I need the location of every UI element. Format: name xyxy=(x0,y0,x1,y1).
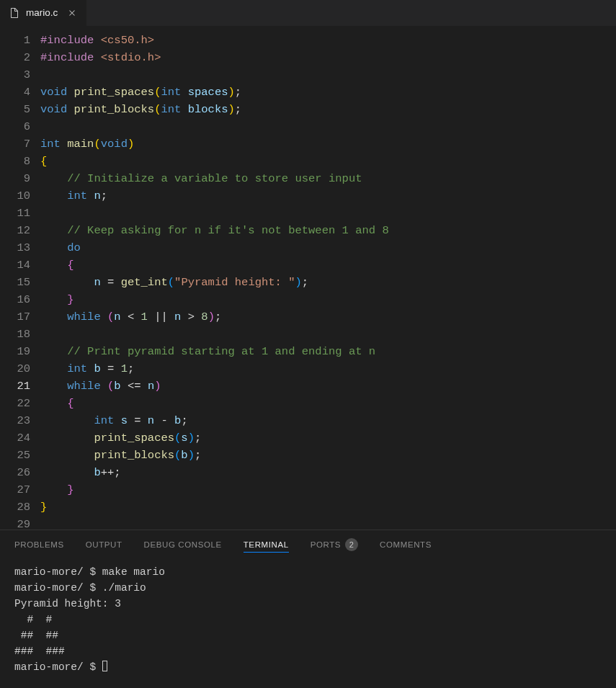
line-number: 1 xyxy=(0,32,30,49)
line-number: 4 xyxy=(0,84,30,101)
line-number: 15 xyxy=(0,274,30,291)
line-number: 18 xyxy=(0,326,30,343)
line-number: 27 xyxy=(0,481,30,499)
code-line[interactable]: b++; xyxy=(40,464,616,481)
panel-tab-debug-console[interactable]: DEBUG CONSOLE xyxy=(144,540,222,552)
line-number: 17 xyxy=(0,308,30,326)
line-number: 26 xyxy=(0,464,30,481)
line-number: 25 xyxy=(0,447,30,464)
code-line[interactable]: { xyxy=(40,153,616,170)
terminal-line: mario-more/ $ make mario xyxy=(14,564,602,580)
terminal-line: mario-more/ $ xyxy=(14,659,602,675)
line-number: 8 xyxy=(0,153,30,170)
code-line[interactable] xyxy=(40,326,616,343)
line-number: 9 xyxy=(0,170,30,187)
code-line[interactable]: void print_spaces(int spaces); xyxy=(40,84,616,101)
line-number: 24 xyxy=(0,429,30,447)
panel-tab-bar: PROBLEMS OUTPUT DEBUG CONSOLE TERMINAL P… xyxy=(0,530,616,560)
terminal-line: ### ### xyxy=(14,643,602,659)
panel-tab-comments[interactable]: COMMENTS xyxy=(380,540,432,552)
line-number: 5 xyxy=(0,101,30,118)
line-number: 6 xyxy=(0,118,30,135)
terminal-line: ## ## xyxy=(14,627,602,643)
terminal-line: # # xyxy=(14,612,602,627)
line-number: 23 xyxy=(0,412,30,429)
code-line[interactable] xyxy=(40,205,616,222)
code-content[interactable]: #include <cs50.h>#include <stdio.h>void … xyxy=(40,32,616,530)
code-line[interactable]: void print_blocks(int blocks); xyxy=(40,101,616,118)
close-tab-button[interactable] xyxy=(66,7,78,19)
panel-tab-problems[interactable]: PROBLEMS xyxy=(14,540,64,552)
line-number: 2 xyxy=(0,49,30,66)
terminal-output[interactable]: mario-more/ $ make mariomario-more/ $ ./… xyxy=(0,560,616,688)
code-line[interactable]: } xyxy=(40,291,616,308)
line-number: 10 xyxy=(0,187,30,205)
code-line[interactable]: // Initialize a variable to store user i… xyxy=(40,170,616,187)
code-line[interactable]: // Print pyramid starting at 1 and endin… xyxy=(40,343,616,360)
code-line[interactable]: n = get_int("Pyramid height: "); xyxy=(40,274,616,291)
line-number: 14 xyxy=(0,256,30,274)
code-line[interactable]: while (n < 1 || n > 8); xyxy=(40,308,616,326)
code-line[interactable]: { xyxy=(40,395,616,412)
line-number: 3 xyxy=(0,66,30,84)
code-line[interactable] xyxy=(40,516,616,530)
code-line[interactable]: #include <stdio.h> xyxy=(40,49,616,66)
tab-filename: mario.c xyxy=(26,7,58,18)
code-line[interactable]: while (b <= n) xyxy=(40,377,616,395)
line-number-gutter: 1234567891011121314151617181920212223242… xyxy=(0,32,40,530)
tab-mario-c[interactable]: mario.c xyxy=(0,0,87,26)
line-number: 19 xyxy=(0,343,30,360)
bottom-panel: PROBLEMS OUTPUT DEBUG CONSOLE TERMINAL P… xyxy=(0,530,616,688)
line-number: 11 xyxy=(0,205,30,222)
ports-count-badge: 2 xyxy=(345,538,358,551)
line-number: 7 xyxy=(0,135,30,153)
panel-tab-output[interactable]: OUTPUT xyxy=(86,540,122,552)
terminal-line: Pyramid height: 3 xyxy=(14,596,602,612)
code-line[interactable]: do xyxy=(40,239,616,256)
code-line[interactable]: print_blocks(b); xyxy=(40,447,616,464)
code-line[interactable]: int n; xyxy=(40,187,616,205)
code-line[interactable]: int s = n - b; xyxy=(40,412,616,429)
code-editor[interactable]: 1234567891011121314151617181920212223242… xyxy=(0,26,616,530)
code-line[interactable]: } xyxy=(40,481,616,499)
line-number: 21 xyxy=(0,377,30,395)
line-number: 29 xyxy=(0,516,30,530)
code-line[interactable] xyxy=(40,66,616,84)
code-line[interactable]: { xyxy=(40,256,616,274)
tab-bar: mario.c xyxy=(0,0,616,26)
file-icon xyxy=(9,7,20,19)
panel-tab-ports-label: PORTS xyxy=(311,540,341,549)
line-number: 20 xyxy=(0,360,30,377)
code-line[interactable]: } xyxy=(40,499,616,516)
line-number: 12 xyxy=(0,222,30,239)
line-number: 22 xyxy=(0,395,30,412)
panel-tab-terminal[interactable]: TERMINAL xyxy=(244,540,289,553)
line-number: 13 xyxy=(0,239,30,256)
code-line[interactable]: #include <cs50.h> xyxy=(40,32,616,49)
terminal-cursor xyxy=(102,661,107,671)
line-number: 28 xyxy=(0,499,30,516)
terminal-line: mario-more/ $ ./mario xyxy=(14,580,602,596)
code-line[interactable]: int b = 1; xyxy=(40,360,616,377)
line-number: 16 xyxy=(0,291,30,308)
panel-tab-ports[interactable]: PORTS 2 xyxy=(311,538,358,554)
code-line[interactable]: print_spaces(s); xyxy=(40,429,616,447)
code-line[interactable] xyxy=(40,118,616,135)
code-line[interactable]: int main(void) xyxy=(40,135,616,153)
code-line[interactable]: // Keep asking for n if it's not between… xyxy=(40,222,616,239)
